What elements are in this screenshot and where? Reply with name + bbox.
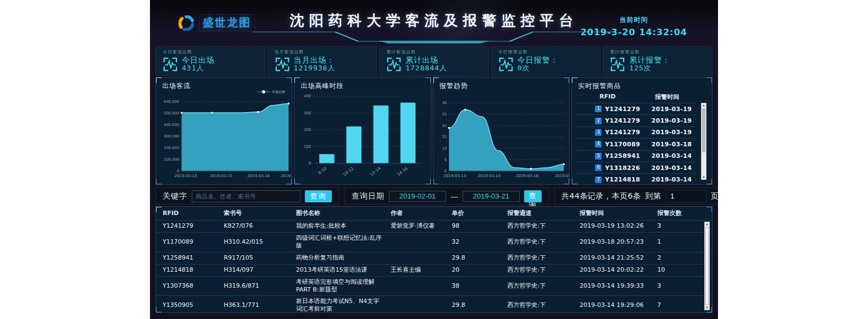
stat-card-title: 累计报警： bbox=[629, 56, 670, 64]
stat-card-text: 今日出场431人 bbox=[182, 56, 215, 73]
table-cell: Y1241279 bbox=[156, 222, 217, 230]
table-cell: 2019-03-18 20:57:23 bbox=[573, 238, 651, 246]
alarm-rfid-cell: 6Y1318226 bbox=[576, 164, 648, 172]
alarm-row-6: 6Y13182262019-03-14 bbox=[576, 162, 695, 173]
table-header-2: 索书号 bbox=[217, 210, 290, 217]
alarm-rfid-cell: 7Y1214818 bbox=[576, 176, 648, 183]
alarm-rfid: Y1241279 bbox=[605, 106, 640, 113]
stat-card-subtitle: 今日报警总数 bbox=[498, 49, 600, 55]
alarm-index-badge: 7 bbox=[595, 177, 602, 183]
alarm-row-5: 5Y12589412019-03-14 bbox=[576, 150, 695, 162]
stat-card-subtitle: 今日客流总数 bbox=[163, 49, 265, 55]
table-cell: 西方哲学史:下 bbox=[500, 238, 573, 246]
date-from-input[interactable] bbox=[389, 191, 446, 202]
tick-label: 500,000 bbox=[164, 112, 179, 116]
table-row: Y1170089H310.42/015四级词汇词根+联想记忆法:乱序版32西方哲… bbox=[156, 232, 712, 252]
tick-label: 300,000 bbox=[164, 135, 179, 139]
stat-card-body: 当月出场：1219938人 bbox=[275, 56, 377, 73]
table-cell: 药物分析复习指南 bbox=[290, 254, 384, 262]
alarm-row-4: 4Y11700892019-03-18 bbox=[576, 138, 695, 150]
table-cell: 2 bbox=[651, 254, 695, 262]
current-time-widget: 当前时间 2019-3-20 14:32:04 bbox=[581, 15, 687, 37]
alarm-rfid: Y1258941 bbox=[605, 152, 640, 160]
pulse-icon-wave bbox=[165, 61, 176, 68]
corner-decoration bbox=[433, 77, 439, 83]
corner-decoration bbox=[155, 206, 162, 212]
table-cell: 3 bbox=[651, 222, 695, 230]
alarm-time: 2019-03-19 bbox=[648, 106, 695, 113]
table-cell: 西方哲学史:下 bbox=[500, 254, 573, 262]
page-background: 盛世龙图 沈阳药科大学客流及报警监控平台 当前时间 2019-3-20 14:3… bbox=[0, 0, 868, 319]
alarm-time-cell: 2019-03-19 bbox=[648, 117, 695, 124]
table-cell: 2013考研英语15堂语法课 bbox=[290, 266, 384, 274]
corner-decoration bbox=[571, 179, 577, 185]
table-cell: 29.8 bbox=[445, 301, 500, 309]
scroll-up-arrow[interactable]: ▲ bbox=[702, 103, 706, 107]
pulse-icon-wave bbox=[388, 61, 400, 68]
pulse-icon-wave bbox=[500, 61, 512, 68]
table-cell: 爱新觉罗·溥仪著 bbox=[384, 222, 445, 230]
stat-card-value: 1219938人 bbox=[294, 64, 336, 73]
alarm-index-badge: 1 bbox=[595, 106, 602, 112]
corner-decoration bbox=[155, 77, 162, 83]
pulse-icon-wave bbox=[612, 61, 624, 68]
stat-card-text: 累计出场1728844人 bbox=[405, 56, 447, 73]
corner-decoration bbox=[155, 179, 162, 185]
stat-card-value: 431人 bbox=[182, 64, 215, 73]
keyword-input[interactable] bbox=[192, 190, 301, 202]
scrollbar-thumb[interactable] bbox=[705, 227, 709, 305]
pulse-icon bbox=[386, 57, 402, 72]
date-to-input[interactable] bbox=[463, 191, 520, 202]
exit-flow-area-chart: 0100,000200,000300,000400,000500,000600,… bbox=[156, 78, 292, 184]
scroll-down-arrow[interactable]: ▼ bbox=[702, 175, 706, 179]
alarm-time-cell: 2019-03-14 bbox=[648, 164, 695, 172]
date-search-button[interactable]: 查询 bbox=[524, 190, 542, 202]
table-cell: 2019-03-14 21:25:52 bbox=[573, 254, 651, 262]
alarm-rfid-cell: 1Y1241279 bbox=[576, 106, 648, 113]
alarm-rfid-cell: 3Y1241279 bbox=[576, 129, 648, 136]
pulse-icon bbox=[610, 57, 625, 72]
corner-decoration bbox=[286, 179, 292, 185]
corner-decoration bbox=[564, 77, 570, 83]
alarm-row-7: 7Y12148182019-03-14 bbox=[576, 173, 695, 185]
alarm-rfid-cell: 2Y1241279 bbox=[576, 117, 648, 124]
stat-card-body: 今日出场431人 bbox=[163, 56, 265, 73]
tick-label: 2019-03-18 bbox=[516, 173, 538, 178]
table-cell: H314/097 bbox=[217, 266, 290, 274]
corner-decoration bbox=[706, 307, 713, 313]
scroll-up-arrow[interactable]: ▲ bbox=[705, 222, 709, 226]
tick-label: 15 bbox=[442, 135, 447, 140]
stat-card-text: 今日报警：0次 bbox=[518, 56, 559, 73]
table-scrollbar[interactable]: ▲ ▼ bbox=[704, 222, 710, 310]
table-cell: 新日本语能力考试N5、N4文字词汇考前对策 bbox=[290, 298, 384, 313]
data-point-marker bbox=[181, 112, 183, 114]
tick-label: 10 bbox=[442, 146, 447, 151]
tick-label: 2019-03-13 bbox=[443, 173, 466, 178]
table-row: Y1241279K827/076我的前半生:批校本爱新觉罗·溥仪著98西方哲学史… bbox=[156, 220, 712, 232]
tick-label: 20 bbox=[442, 124, 447, 128]
table-cell: Y1350905 bbox=[156, 301, 217, 309]
data-point-marker bbox=[257, 111, 259, 113]
page-number-input[interactable] bbox=[666, 190, 706, 202]
bar-14-16 bbox=[400, 103, 416, 163]
corner-decoration bbox=[155, 307, 162, 313]
data-point-marker bbox=[464, 109, 466, 111]
pulse-icon bbox=[275, 57, 290, 72]
table-row: Y1258941R917/105药物分析复习指南29.8西方哲学史:下2019-… bbox=[156, 252, 712, 264]
tick-label: 2019-03-13 bbox=[175, 173, 197, 178]
corner-decoration bbox=[706, 77, 713, 83]
pagination-group: 共44条记录 , 本页6条 到第 页 确定 bbox=[554, 188, 718, 205]
time-value: 2019-3-20 14:32:04 bbox=[581, 27, 687, 37]
scrollbar-thumb[interactable] bbox=[702, 108, 705, 152]
legend-marker[interactable] bbox=[262, 90, 265, 94]
tick-label: 400 bbox=[304, 94, 311, 99]
table-header-row: RFID索书号图书名称作者单价报警通道报警时间报警次数 bbox=[156, 207, 712, 220]
alarm-list-scrollbar[interactable]: ▲ ▼ bbox=[701, 103, 706, 180]
keyword-search-button[interactable]: 查询 bbox=[305, 190, 332, 202]
table-cell: 29.8 bbox=[445, 254, 500, 262]
panel-title-exit-flow: 出场客流 bbox=[162, 81, 191, 91]
table-cell: 四级词汇词根+联想记忆法:乱序版 bbox=[290, 234, 384, 250]
table-cell: H310.42/015 bbox=[217, 238, 290, 246]
title-decoration-lines bbox=[253, 30, 615, 43]
table-cell: 王长喜主编 bbox=[384, 266, 445, 274]
